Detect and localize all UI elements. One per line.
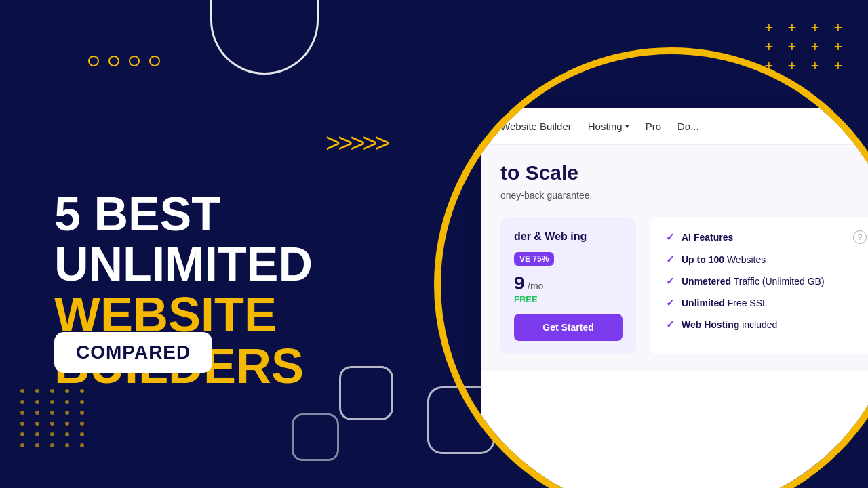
plan-title: der & Web ing [514, 230, 623, 243]
chevrons-decoration: >>>>> [326, 129, 387, 158]
content-area: to Scale oney-back guarantee. der & Web … [481, 145, 868, 371]
nav-hosting[interactable]: Hosting ▾ [588, 121, 629, 132]
plan-section: der & Web ing VE 75% 9 /mo FREE Get Star… [500, 217, 868, 354]
check-icon: ✓ [666, 319, 675, 331]
price-value: 9 [514, 272, 525, 293]
check-icon: ✓ [666, 231, 675, 243]
feature-ai: ✓ AI Features ? [666, 230, 867, 244]
page-title: to Scale [500, 161, 868, 184]
feature-websites: ✓ Up to 100 Websites [666, 253, 867, 266]
plan-card: der & Web ing VE 75% 9 /mo FREE Get Star… [500, 217, 636, 354]
free-label: FREE [514, 294, 623, 304]
price-unit: /mo [528, 281, 543, 291]
features-card: ✓ AI Features ? ✓ Up to 100 Websites ✓ [650, 217, 868, 354]
nav-website-builder[interactable]: Website Builder [500, 121, 572, 132]
circles-decoration [88, 56, 160, 66]
feature-label: Unlimited Free SSL [682, 298, 768, 308]
subtitle: oney-back guarantee. [500, 190, 868, 201]
browser-window: Website Builder Hosting ▾ Pro Do... to S… [481, 108, 868, 488]
feature-hosting: ✓ Web Hosting included [666, 319, 867, 331]
check-icon: ✓ [666, 297, 675, 309]
gold-circle-frame: Website Builder Hosting ▾ Pro Do... to S… [434, 47, 868, 488]
feature-label: Web Hosting included [682, 319, 777, 330]
chevron-down-icon: ▾ [625, 122, 629, 131]
feature-label: AI Features [682, 232, 733, 243]
feature-traffic: ✓ Unmetered Traffic (Unlimited GB) [666, 275, 867, 287]
nav-pro[interactable]: Pro [646, 121, 661, 132]
compared-label: COMPARED [76, 342, 191, 363]
save-badge: VE 75% [514, 252, 554, 266]
feature-ssl: ✓ Unlimited Free SSL [666, 297, 867, 309]
square-decoration-3 [292, 413, 339, 461]
check-icon: ✓ [666, 275, 675, 287]
price-display: 9 /mo [514, 272, 623, 294]
nav-more[interactable]: Do... [677, 121, 699, 132]
compared-badge: COMPARED [54, 332, 212, 373]
nav-bar: Website Builder Hosting ▾ Pro Do... [481, 108, 868, 145]
dots-decoration [20, 389, 88, 447]
feature-label: Up to 100 Websites [682, 254, 766, 265]
get-started-button[interactable]: Get Started [514, 314, 623, 341]
check-icon: ✓ [666, 253, 675, 266]
info-icon[interactable]: ? [853, 230, 867, 244]
title-line1: 5 BEST UNLIMITED [54, 190, 420, 289]
feature-label: Unmetered Traffic (Unlimited GB) [682, 276, 825, 287]
